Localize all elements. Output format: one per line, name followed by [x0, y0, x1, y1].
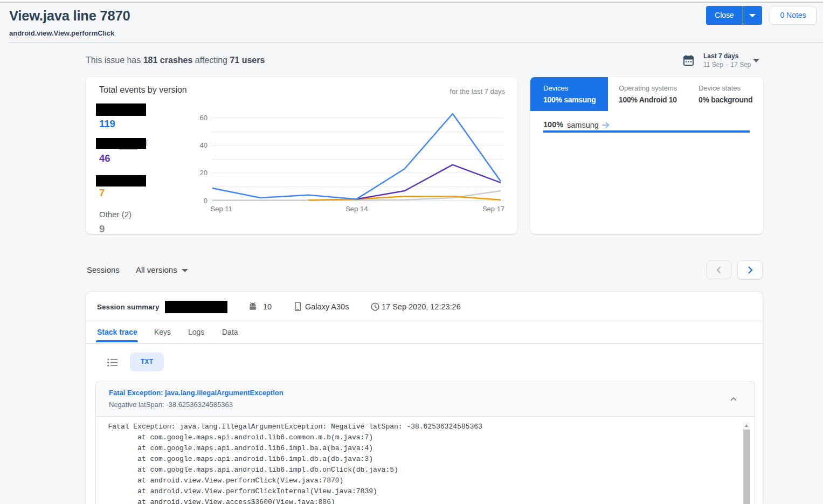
svg-text:40: 40	[200, 141, 208, 149]
svg-text:Sep 17: Sep 17	[482, 205, 504, 213]
svg-text:Sep 11: Sep 11	[211, 205, 232, 213]
svg-text:0: 0	[204, 197, 208, 205]
svg-text:Sep 14: Sep 14	[345, 205, 368, 213]
svg-text:60: 60	[200, 114, 208, 122]
svg-text:20: 20	[200, 169, 208, 177]
